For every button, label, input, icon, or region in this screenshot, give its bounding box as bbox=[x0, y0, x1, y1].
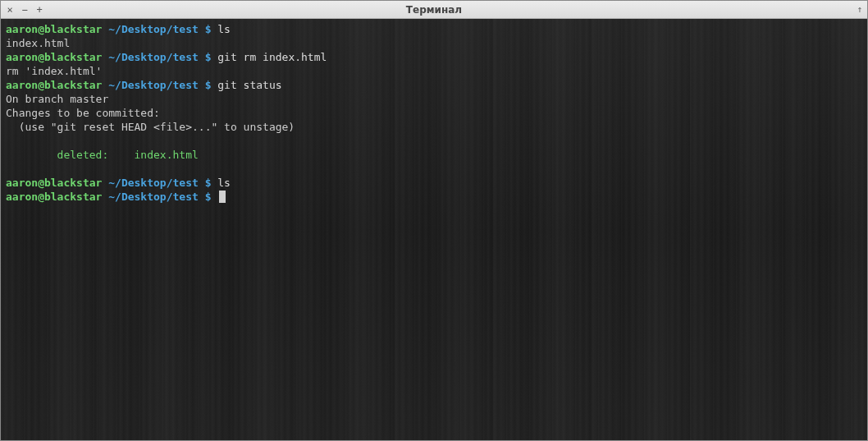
prompt-symbol: $ bbox=[205, 177, 212, 189]
prompt-symbol: $ bbox=[205, 51, 212, 63]
output-line: On branch master bbox=[6, 92, 862, 106]
prompt-user: aaron@blackstar bbox=[6, 177, 102, 189]
window-menu-button[interactable]: ↑ bbox=[857, 4, 862, 15]
blank-line bbox=[6, 134, 862, 148]
prompt-symbol: $ bbox=[205, 23, 212, 35]
output-line: rm 'index.html' bbox=[6, 64, 862, 78]
command-text: ls bbox=[217, 23, 231, 35]
window-title: Терминал bbox=[1, 4, 867, 16]
terminal-line: aaron@blackstar ~/Desktop/test $ git sta… bbox=[6, 78, 862, 92]
terminal-line: aaron@blackstar ~/Desktop/test $ ls bbox=[6, 176, 862, 190]
terminal-window: × − + Терминал ↑ aaron@blackstar ~/Deskt… bbox=[0, 0, 868, 441]
prompt-user: aaron@blackstar bbox=[6, 191, 102, 203]
window-titlebar[interactable]: × − + Терминал ↑ bbox=[1, 1, 867, 19]
git-status-line: deleted: index.html bbox=[6, 148, 862, 162]
terminal-line: aaron@blackstar ~/Desktop/test $ git rm … bbox=[6, 50, 862, 64]
blank-line bbox=[6, 162, 862, 176]
cursor bbox=[219, 191, 226, 203]
terminal-viewport[interactable]: aaron@blackstar ~/Desktop/test $ lsindex… bbox=[1, 19, 867, 440]
command-text: git status bbox=[217, 79, 281, 91]
prompt-symbol: $ bbox=[205, 79, 212, 91]
command-text: git rm index.html bbox=[217, 51, 327, 63]
output-line: Changes to be committed: bbox=[6, 106, 862, 120]
maximize-button[interactable]: + bbox=[35, 6, 43, 14]
terminal-line: aaron@blackstar ~/Desktop/test $ bbox=[6, 190, 862, 204]
command-text: ls bbox=[217, 177, 231, 189]
close-button[interactable]: × bbox=[6, 6, 14, 14]
prompt-path: ~/Desktop/test bbox=[108, 51, 199, 63]
terminal-line: aaron@blackstar ~/Desktop/test $ ls bbox=[6, 22, 862, 36]
prompt-path: ~/Desktop/test bbox=[108, 23, 199, 35]
prompt-user: aaron@blackstar bbox=[6, 51, 102, 63]
prompt-path: ~/Desktop/test bbox=[108, 177, 199, 189]
prompt-user: aaron@blackstar bbox=[6, 79, 102, 91]
titlebar-buttons: × − + bbox=[6, 6, 43, 14]
output-line: index.html bbox=[6, 36, 862, 50]
minimize-button[interactable]: − bbox=[21, 6, 29, 14]
output-line: (use "git reset HEAD <file>..." to unsta… bbox=[6, 120, 862, 134]
prompt-path: ~/Desktop/test bbox=[108, 191, 199, 203]
prompt-path: ~/Desktop/test bbox=[108, 79, 199, 91]
prompt-symbol: $ bbox=[205, 191, 212, 203]
prompt-user: aaron@blackstar bbox=[6, 23, 102, 35]
